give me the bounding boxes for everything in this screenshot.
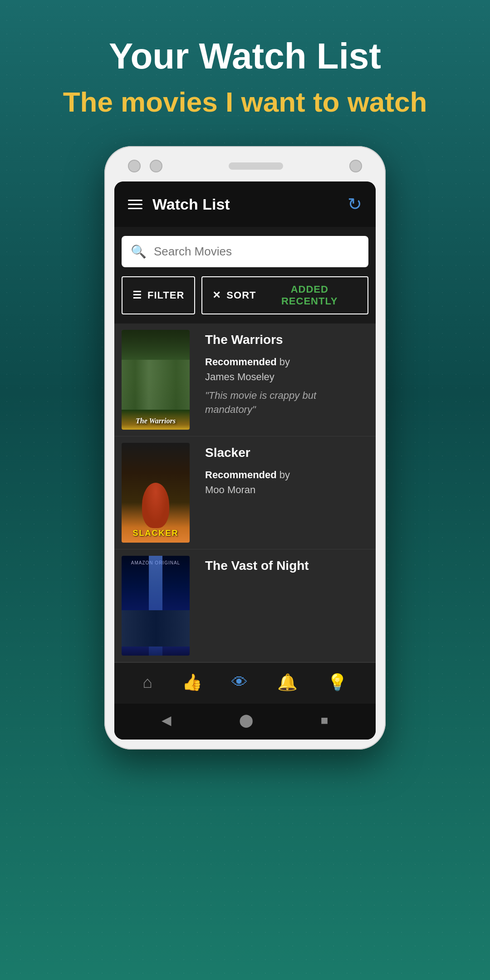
warriors-crowd (122, 360, 190, 410)
slacker-recommended: Recommended by Moo Moran (205, 467, 368, 497)
sys-home-button[interactable]: ⬤ (239, 713, 253, 728)
search-icon: 🔍 (131, 244, 147, 259)
vast-faces (122, 610, 190, 647)
phone-shell: Watch List ↻ 🔍 ☰ FILTER ✕ SORT ADDED REC… (104, 146, 386, 750)
search-container: 🔍 (114, 227, 376, 276)
warriors-recommended: Recommended by James Moseley (205, 354, 368, 384)
movie-poster-vast (122, 556, 199, 656)
slacker-title: Slacker (205, 446, 368, 460)
sys-recents-button[interactable]: ■ (321, 713, 328, 728)
page-subtitle: The movies I want to watch (63, 85, 427, 119)
sort-icon: ✕ (212, 289, 221, 301)
phone-camera-2 (150, 160, 162, 172)
movie-info-vast: The Vast of Night (205, 549, 376, 662)
sort-label: SORT (226, 289, 256, 301)
sys-back-button[interactable]: ◀ (162, 713, 172, 728)
warriors-title: The Warriors (205, 333, 368, 347)
nav-home-button[interactable]: ⌂ (142, 673, 152, 692)
nav-suggestions-button[interactable]: 💡 (327, 673, 348, 692)
app-header-left: Watch List (128, 196, 230, 213)
movie-info-slacker: Slacker Recommended by Moo Moran (205, 436, 376, 549)
slacker-figure (142, 483, 169, 528)
phone-speaker (229, 162, 283, 170)
movie-poster-slacker (122, 443, 199, 543)
page-header: Your Watch List The movies I want to wat… (27, 0, 464, 146)
vast-title: The Vast of Night (205, 559, 368, 573)
sort-value: ADDED RECENTLY (261, 284, 358, 307)
phone-screen: Watch List ↻ 🔍 ☰ FILTER ✕ SORT ADDED REC… (114, 181, 376, 740)
movie-item-warriors[interactable]: The Warriors The Warriors Recommended by… (114, 323, 376, 436)
nav-like-button[interactable]: 👍 (182, 673, 202, 692)
warriors-poster-art: The Warriors (122, 330, 190, 430)
system-nav: ◀ ⬤ ■ (114, 704, 376, 740)
filter-label: FILTER (147, 289, 184, 301)
filter-sort-row: ☰ FILTER ✕ SORT ADDED RECENTLY (114, 276, 376, 323)
menu-button[interactable] (128, 200, 142, 209)
movie-item-vast[interactable]: The Vast of Night (114, 549, 376, 662)
phone-top (114, 160, 376, 181)
bottom-nav: ⌂ 👍 👁 🔔 💡 (114, 662, 376, 704)
nav-notifications-button[interactable]: 🔔 (277, 673, 298, 692)
filter-button[interactable]: ☰ FILTER (122, 276, 195, 314)
phone-camera-group (128, 160, 162, 172)
page-title: Your Watch List (63, 36, 427, 76)
movie-list: The Warriors The Warriors Recommended by… (114, 323, 376, 662)
warriors-title-art: The Warriors (122, 417, 190, 425)
nav-watchlist-button[interactable]: 👁 (231, 673, 248, 692)
movie-info-warriors: The Warriors Recommended by James Mosele… (205, 323, 376, 436)
warriors-quote: "This movie is crappy but mandatory" (205, 389, 368, 417)
warriors-recommender: James Moseley (205, 371, 274, 382)
search-input[interactable] (154, 245, 359, 259)
filter-icon: ☰ (132, 289, 142, 301)
movie-item-slacker[interactable]: Slacker Recommended by Moo Moran (114, 436, 376, 549)
search-bar: 🔍 (122, 236, 368, 267)
phone-camera-3 (349, 160, 362, 172)
vast-poster-art (122, 556, 190, 656)
app-header: Watch List ↻ (114, 181, 376, 227)
slacker-poster-art (122, 443, 190, 543)
app-title: Watch List (152, 196, 230, 213)
slacker-recommender: Moo Moran (205, 484, 255, 495)
sort-button[interactable]: ✕ SORT ADDED RECENTLY (201, 276, 368, 314)
movie-poster-warriors: The Warriors (122, 330, 199, 430)
refresh-button[interactable]: ↻ (348, 194, 362, 214)
phone-camera-1 (128, 160, 141, 172)
